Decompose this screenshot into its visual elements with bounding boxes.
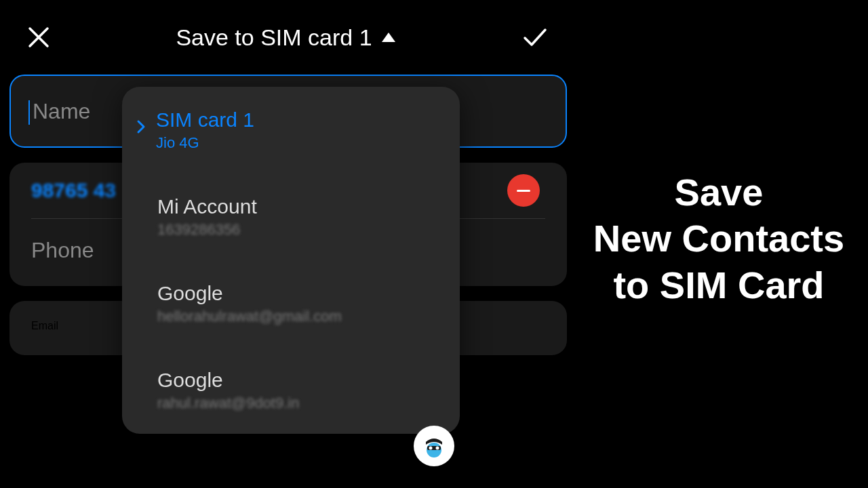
header-title: Save to SIM card 1 bbox=[176, 24, 372, 51]
chevron-right-icon bbox=[136, 119, 146, 135]
svg-point-4 bbox=[436, 447, 439, 450]
header-bar: Save to SIM card 1 bbox=[0, 0, 576, 75]
dropdown-item-title: SIM card 1 bbox=[156, 108, 254, 131]
dropdown-item-title: Mi Account bbox=[157, 195, 257, 218]
dropdown-item-text: Mi Account 1639286356 bbox=[157, 195, 257, 239]
dropdown-item-title: Google bbox=[157, 369, 299, 392]
dropdown-item-text: SIM card 1 Jio 4G bbox=[156, 108, 254, 152]
dropdown-item-sub: 1639286356 bbox=[157, 221, 257, 239]
dropdown-item-google-1[interactable]: Google hellorahulrawat@gmail.com bbox=[122, 260, 460, 347]
dropdown-item-mi-account[interactable]: Mi Account 1639286356 bbox=[122, 174, 460, 260]
svg-point-3 bbox=[429, 447, 433, 450]
phone-value: 98765 43 bbox=[31, 179, 116, 202]
caption-line-3: to SIM Card bbox=[576, 262, 861, 308]
dropdown-item-title: Google bbox=[157, 282, 342, 305]
promo-caption: Save New Contacts to SIM Card bbox=[576, 169, 861, 308]
dropdown-item-sub: Jio 4G bbox=[156, 134, 254, 152]
dropdown-item-google-2[interactable]: Google rahul.rawat@9dot9.in bbox=[122, 347, 460, 434]
remove-phone-button[interactable] bbox=[507, 174, 540, 207]
chevron-up-icon bbox=[382, 33, 395, 42]
contact-editor-screen: Save to SIM card 1 Name 98765 43 Phone E… bbox=[0, 0, 576, 488]
dropdown-item-sub: rahul.rawat@9dot9.in bbox=[157, 394, 299, 412]
email-label: Email bbox=[31, 320, 58, 331]
save-location-dropdown: SIM card 1 Jio 4G Mi Account 1639286356 … bbox=[122, 87, 460, 434]
caption-line-2: New Contacts bbox=[576, 216, 861, 262]
name-placeholder: Name bbox=[33, 99, 90, 124]
save-location-dropdown-trigger[interactable]: Save to SIM card 1 bbox=[176, 24, 395, 51]
dropdown-item-text: Google hellorahulrawat@gmail.com bbox=[157, 282, 342, 325]
avatar-badge bbox=[414, 426, 454, 466]
caption-line-1: Save bbox=[576, 169, 861, 216]
confirm-button[interactable] bbox=[521, 23, 549, 52]
dropdown-item-sub: hellorahulrawat@gmail.com bbox=[157, 308, 342, 325]
close-button[interactable] bbox=[27, 26, 50, 49]
dropdown-item-text: Google rahul.rawat@9dot9.in bbox=[157, 369, 299, 412]
dropdown-item-sim1[interactable]: SIM card 1 Jio 4G bbox=[122, 87, 460, 174]
